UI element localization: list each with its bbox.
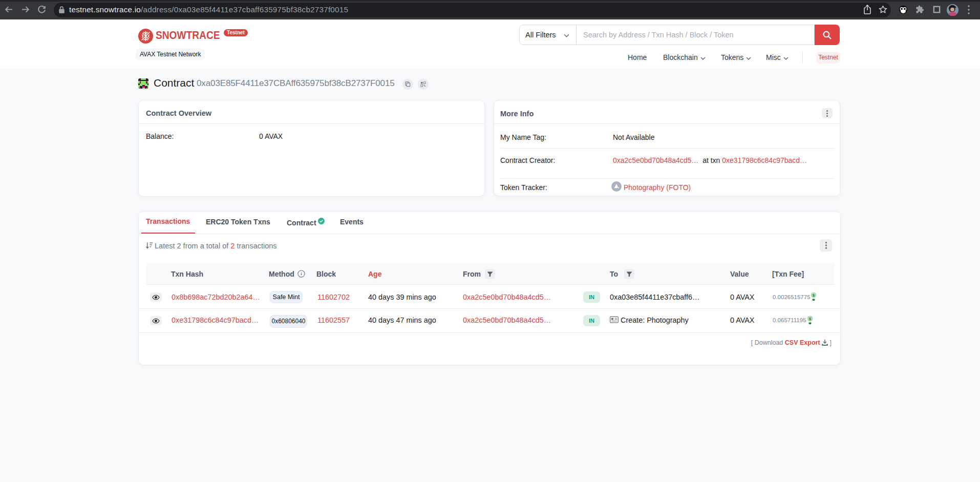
svg-text:$: $ (809, 317, 811, 321)
svg-text:$: $ (813, 294, 815, 298)
